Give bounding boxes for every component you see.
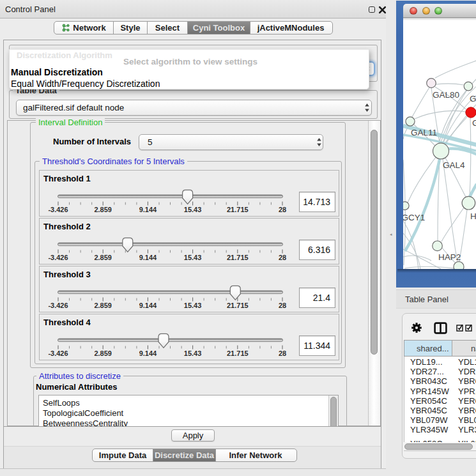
svg-text:GCY1: GCY1 [403, 213, 425, 222]
svg-text:HAP2: HAP2 [438, 252, 461, 262]
svg-text:GA: GA [470, 94, 476, 104]
svg-text:GAL11: GAL11 [411, 128, 437, 137]
svg-text:GAL80: GAL80 [433, 90, 459, 100]
svg-text:G: G [472, 118, 476, 128]
svg-text:HA: HA [470, 211, 476, 221]
svg-text:GAL4: GAL4 [443, 160, 465, 170]
